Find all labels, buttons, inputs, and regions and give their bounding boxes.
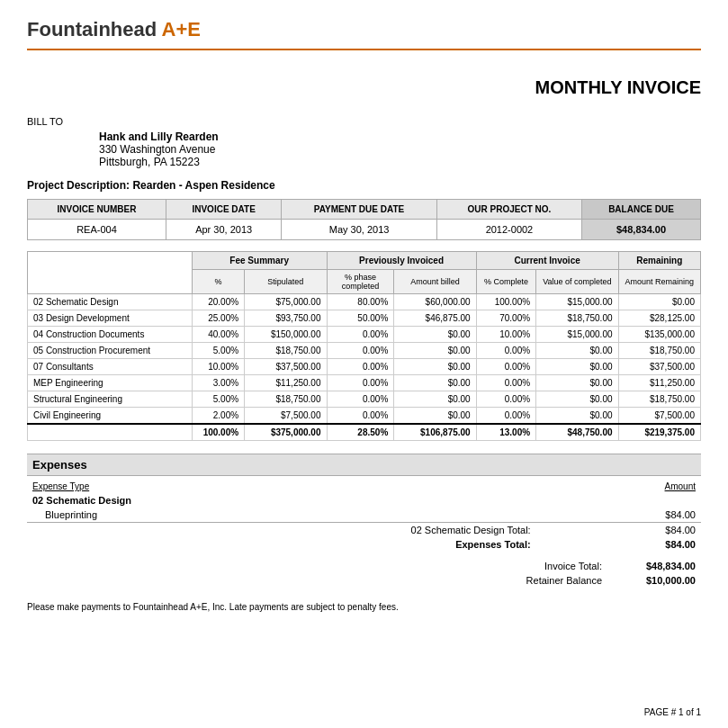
totals-table: Invoice Total: $48,834.00 Retainer Balan… (27, 559, 701, 588)
current-invoice-header: Current Invoice (476, 252, 618, 270)
col-stip-header: Stipulated (245, 270, 327, 294)
invoice-number-value: REA-004 (28, 220, 166, 240)
payment-due-date-value: May 30, 2013 (282, 220, 436, 240)
fee-table-row: MEP Engineering 3.00% $11,250.00 0.00% $… (28, 375, 701, 391)
expenses-total-value: $84.00 (549, 537, 701, 552)
fee-summary-table: Fee Summary Previously Invoiced Current … (27, 251, 701, 441)
expense-category: 02 Schematic Design (27, 493, 549, 508)
col-pct-header: % (192, 270, 244, 294)
invoice-page: Fountainhead A+E MONTHLY INVOICE BILL TO… (0, 0, 728, 728)
balance-due-header: BALANCE DUE (582, 200, 701, 220)
expenses-total-label: Expenses Total: (27, 537, 549, 552)
col-phase-header: % phase completed (327, 270, 394, 294)
balance-due-value: $48,834.00 (582, 220, 701, 240)
expenses-table: Expense Type Amount 02 Schematic Design … (27, 480, 701, 552)
fee-table-row: Structural Engineering 5.00% $18,750.00 … (28, 391, 701, 408)
invoice-total-label: Invoice Total: (27, 559, 611, 573)
expenses-section-header: Expenses (27, 454, 701, 476)
fee-table-row: 07 Consultants 10.00% $37,500.00 0.00% $… (28, 359, 701, 375)
footer-note: Please make payments to Fountainhead A+E… (27, 602, 701, 612)
fee-table-row: 02 Schematic Design 20.00% $75,000.00 80… (28, 294, 701, 310)
expense-type-col-header: Expense Type (27, 480, 549, 493)
invoice-info-table: INVOICE NUMBER INVOICE DATE PAYMENT DUE … (27, 199, 701, 240)
bill-to-block: Hank and Lilly Rearden 330 Washington Av… (99, 130, 701, 168)
expense-amount-col-header: Amount (549, 480, 701, 493)
payment-due-date-header: PAYMENT DUE DATE (282, 200, 436, 220)
remaining-header: Remaining (618, 252, 700, 270)
project-desc-label: Project Description: (27, 179, 130, 192)
project-no-value: 2012-0002 (436, 220, 581, 240)
company-ae-text: A+E (162, 18, 201, 40)
col-billed-header: Amount billed (394, 270, 476, 294)
expense-item-blueprinting-amount: $84.00 (549, 508, 701, 523)
col-val-header: Value of completed (536, 270, 618, 294)
col-amtrem-header: Amount Remaining (618, 270, 700, 294)
expense-subtotal-label: 02 Schematic Design Total: (27, 523, 549, 538)
company-header: Fountainhead A+E (27, 18, 701, 50)
fee-summary-header: Fee Summary (192, 252, 327, 270)
fee-table-row: 03 Design Development 25.00% $93,750.00 … (28, 310, 701, 327)
fee-totals-row: 100.00% $375,000.00 28.50% $106,875.00 1… (28, 424, 701, 441)
invoice-number-header: INVOICE NUMBER (28, 200, 166, 220)
invoice-date-header: INVOICE DATE (166, 200, 281, 220)
project-description: Project Description: Rearden - Aspen Res… (27, 179, 701, 192)
fee-table-row: 04 Construction Documents 40.00% $150,00… (28, 327, 701, 343)
col-cpct-header: % Complete (476, 270, 535, 294)
invoice-date-value: Apr 30, 2013 (166, 220, 281, 240)
company-name: Fountainhead A+E (27, 18, 201, 40)
project-desc-value: Rearden - Aspen Residence (132, 179, 274, 192)
invoice-title: MONTHLY INVOICE (27, 77, 701, 98)
retainer-balance-value: $10,000.00 (611, 573, 701, 588)
fee-table-row: Civil Engineering 2.00% $7,500.00 0.00% … (28, 408, 701, 425)
bill-to-label: BILL TO (27, 116, 701, 127)
bill-to-name: Hank and Lilly Rearden (99, 130, 701, 143)
expense-item-blueprinting: Blueprinting (27, 508, 549, 523)
previously-invoiced-header: Previously Invoiced (327, 252, 476, 270)
company-name-text: Fountainhead (27, 18, 157, 40)
fee-table-row: 05 Construction Procurement 5.00% $18,75… (28, 343, 701, 359)
bill-to-address2: Pittsburgh, PA 15223 (99, 156, 701, 168)
expense-subtotal-value: $84.00 (549, 523, 701, 538)
bill-to-address1: 330 Washington Avenue (99, 143, 701, 156)
project-no-header: OUR PROJECT NO. (436, 200, 581, 220)
fee-table-body: 02 Schematic Design 20.00% $75,000.00 80… (28, 294, 701, 441)
invoice-total-value: $48,834.00 (611, 559, 701, 573)
retainer-balance-label: Retainer Balance (27, 573, 611, 588)
page-number: PAGE # 1 of 1 (644, 707, 701, 717)
